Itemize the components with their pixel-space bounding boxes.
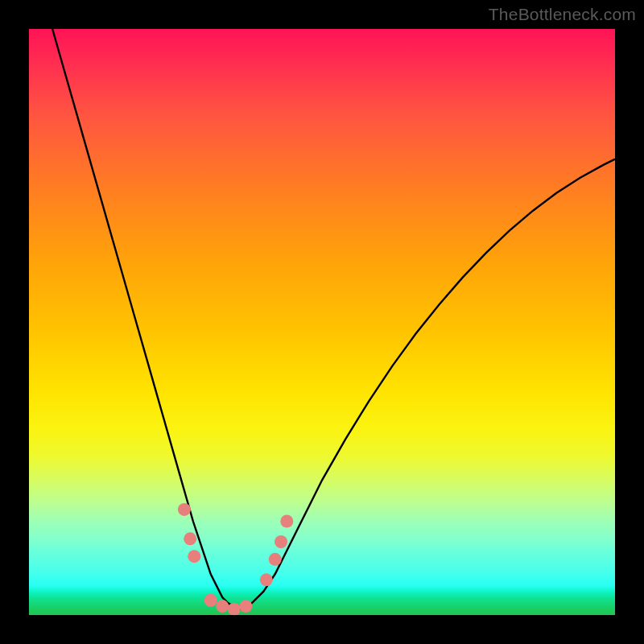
point-right-2 bbox=[269, 553, 282, 566]
point-bottom-4 bbox=[239, 600, 252, 613]
chart-svg bbox=[29, 29, 615, 615]
point-bottom-2 bbox=[216, 600, 229, 613]
plot-area bbox=[29, 29, 615, 615]
point-left-1 bbox=[178, 503, 191, 516]
watermark-text: TheBottleneck.com bbox=[489, 5, 636, 24]
point-right-4 bbox=[280, 515, 293, 528]
point-bottom-3 bbox=[228, 603, 241, 615]
point-left-3 bbox=[188, 550, 200, 563]
outer-frame: TheBottleneck.com bbox=[0, 0, 644, 644]
point-bottom-1 bbox=[204, 594, 217, 607]
point-right-3 bbox=[275, 535, 287, 548]
bottleneck-curve bbox=[52, 29, 615, 609]
point-left-2 bbox=[184, 532, 196, 545]
point-right-1 bbox=[260, 573, 273, 586]
marker-group bbox=[178, 503, 293, 615]
